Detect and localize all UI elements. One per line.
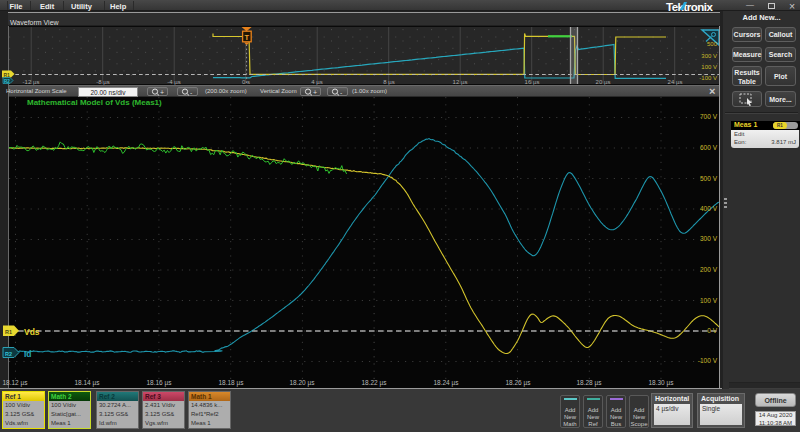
- svg-text:-: -: [190, 89, 193, 96]
- svg-text:Vds: Vds: [24, 327, 40, 337]
- svg-text:R2: R2: [4, 79, 10, 84]
- svg-text:R1: R1: [5, 329, 12, 335]
- svg-text:-: -: [340, 89, 343, 96]
- svg-text:R2: R2: [5, 351, 12, 357]
- svg-text:T: T: [245, 33, 250, 42]
- svg-text:+: +: [160, 89, 164, 96]
- svg-text:R1: R1: [4, 72, 11, 78]
- svg-text:+: +: [313, 89, 317, 96]
- svg-text:Id: Id: [24, 349, 32, 359]
